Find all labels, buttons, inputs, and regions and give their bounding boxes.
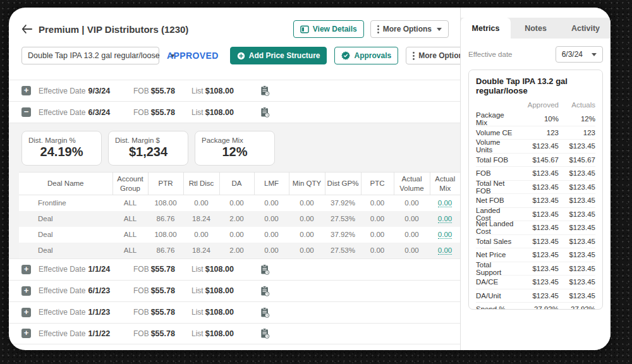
price-history-icon[interactable] bbox=[260, 307, 270, 318]
price-structure-row[interactable]: + Effective Date9/3/24 FOB$55.78 List$10… bbox=[9, 80, 460, 101]
col-da: DA bbox=[219, 173, 254, 195]
list-value: $108.00 bbox=[205, 87, 234, 95]
list-label: List bbox=[191, 108, 204, 117]
metric-row: Total Sales$123.45$123.45 bbox=[476, 234, 595, 248]
tab-metrics[interactable]: Metrics bbox=[461, 18, 511, 39]
page-title: Premium | VIP Distributors (1230) bbox=[39, 24, 188, 35]
metric-row: Package Mix10%12% bbox=[476, 112, 595, 126]
metric-row: Landed Cost$123.45$123.45 bbox=[476, 207, 595, 221]
product-select[interactable]: Double Tap IPA 13.2 gal regular/loose bbox=[21, 47, 159, 64]
view-details-icon bbox=[300, 25, 309, 33]
list-label: List bbox=[191, 329, 204, 338]
deal-table-header: Deal Name Account Group PTR Rtl Disc DA … bbox=[19, 173, 460, 195]
effective-date-label: Effective Date bbox=[39, 329, 85, 338]
deal-table: Deal Name Account Group PTR Rtl Disc DA … bbox=[19, 172, 460, 258]
price-history-icon[interactable] bbox=[260, 328, 270, 339]
effective-date-value: 1/1/23 bbox=[88, 308, 110, 317]
list-value: $108.00 bbox=[205, 265, 234, 274]
effective-date-label: Effective date bbox=[468, 51, 512, 58]
add-price-structure-button[interactable]: Add Price Structure bbox=[230, 47, 327, 64]
fob-label: FOB bbox=[133, 308, 149, 317]
price-structure-row[interactable]: + Effective Date1/1/24 FOB$55.78 List$10… bbox=[9, 258, 460, 280]
price-history-icon[interactable] bbox=[260, 107, 270, 118]
col-deal-name: Deal Name bbox=[19, 173, 112, 195]
deal-row[interactable]: FrontlineALL 108.000.00 0.000.00 0.0037.… bbox=[19, 195, 460, 211]
summary-card-dist-margin-pct: Dist. Margin % 24.19% bbox=[21, 131, 102, 166]
expand-icon[interactable]: + bbox=[21, 265, 31, 274]
price-structure-row[interactable]: + Effective Date1/1/22 FOB$55.78 List$10… bbox=[9, 323, 460, 344]
effective-date-label: Effective Date bbox=[39, 265, 85, 274]
fob-label: FOB bbox=[133, 265, 149, 274]
main-content: Premium | VIP Distributors (1230) View D… bbox=[9, 8, 460, 350]
metric-row: Total Support$123.45$123.45 bbox=[476, 262, 595, 276]
expand-icon[interactable]: + bbox=[21, 286, 31, 296]
metrics-card-title: Double Tap IPA 13.2 gal regular/loose bbox=[476, 76, 595, 95]
price-structure-list: + Effective Date9/3/24 FOB$55.78 List$10… bbox=[9, 80, 460, 344]
metric-row: Net Price$123.45$123.45 bbox=[476, 248, 595, 262]
price-structure-row-expanded[interactable]: − Effective Date6/3/24 FOB$55.78 List$10… bbox=[9, 101, 460, 123]
list-value: $108.00 bbox=[205, 108, 234, 117]
list-value: $108.00 bbox=[205, 308, 234, 317]
tab-notes[interactable]: Notes bbox=[511, 18, 561, 39]
plus-circle-icon bbox=[237, 52, 245, 60]
deal-row[interactable]: DealALL 86.7618.24 2.000.00 0.0027.53% 0… bbox=[19, 211, 460, 227]
back-arrow-icon[interactable] bbox=[21, 25, 32, 33]
col-dist-gp: Dist GP% bbox=[325, 173, 361, 195]
panel-tabs: Metrics Notes Activity bbox=[461, 18, 611, 39]
view-details-button[interactable]: View Details bbox=[293, 20, 364, 38]
kebab-icon bbox=[413, 52, 415, 60]
product-toolbar: Double Tap IPA 13.2 gal regular/loose AP… bbox=[9, 43, 460, 73]
col-actual-mix: Actual Mix bbox=[430, 173, 460, 195]
status-badge: APPROVED bbox=[167, 51, 219, 61]
effective-date-label: Effective Date bbox=[39, 87, 85, 95]
expand-icon[interactable]: + bbox=[21, 329, 31, 338]
col-rtl-disc: Rtl Disc bbox=[183, 173, 219, 195]
fob-label: FOB bbox=[133, 87, 149, 95]
approvals-button[interactable]: Approvals bbox=[334, 47, 398, 64]
metric-row: Net Landed Cost$123.45$123.45 bbox=[476, 221, 595, 234]
actual-mix-link[interactable]: 0.00 bbox=[438, 231, 452, 239]
col-min-qty: Min QTY bbox=[289, 173, 325, 195]
kebab-icon bbox=[377, 25, 379, 33]
effective-date-select[interactable]: 6/3/24 bbox=[556, 46, 603, 63]
col-approved: Approved bbox=[514, 101, 559, 109]
price-history-icon[interactable] bbox=[260, 85, 270, 96]
list-label: List bbox=[191, 87, 204, 95]
effective-date-value: 1/1/24 bbox=[88, 265, 110, 274]
metric-row: Net FOB$123.45$123.45 bbox=[476, 193, 595, 207]
caret-down-icon bbox=[437, 28, 442, 31]
actual-mix-link[interactable]: 0.00 bbox=[438, 246, 452, 255]
price-structure-row[interactable]: + Effective Date1/1/23 FOB$55.78 List$10… bbox=[9, 301, 460, 323]
price-structure-row[interactable]: + Effective Date6/1/23 FOB$55.78 List$10… bbox=[9, 280, 460, 301]
metrics-card: Double Tap IPA 13.2 gal regular/loose Ap… bbox=[468, 70, 603, 310]
expand-icon[interactable]: + bbox=[21, 308, 31, 317]
effective-date-value: 6/3/24 bbox=[88, 108, 110, 117]
actual-mix-link[interactable]: 0.00 bbox=[438, 199, 452, 207]
deal-row[interactable]: DealALL 86.7618.24 2.000.00 0.0027.53% 0… bbox=[19, 243, 460, 258]
actual-mix-link[interactable]: 0.00 bbox=[438, 215, 452, 223]
deal-row[interactable]: DealALL 108.000.00 0.000.00 0.0037.92% 0… bbox=[19, 227, 460, 243]
app-window: Premium | VIP Distributors (1230) View D… bbox=[9, 8, 611, 350]
badge-check-icon bbox=[341, 51, 350, 60]
summary-card-package-mix: Package Mix 12% bbox=[195, 131, 275, 166]
price-history-icon[interactable] bbox=[260, 286, 270, 296]
fob-label: FOB bbox=[133, 329, 149, 338]
list-label: List bbox=[191, 286, 204, 295]
col-account-group: Account Group bbox=[112, 173, 148, 195]
fob-value: $55.78 bbox=[151, 329, 175, 338]
expand-icon[interactable]: + bbox=[21, 86, 31, 95]
price-history-icon[interactable] bbox=[260, 264, 270, 275]
header-more-options-button[interactable]: More Options bbox=[370, 20, 449, 38]
col-ptr: PTR bbox=[148, 173, 183, 195]
list-label: List bbox=[191, 265, 204, 274]
expanded-price-structure: Dist. Margin % 24.19% Dist. Margin $ $1,… bbox=[9, 123, 460, 258]
metric-row: Total Net FOB$123.45$123.45 bbox=[476, 180, 595, 194]
fob-value: $55.78 bbox=[151, 265, 175, 274]
list-label: List bbox=[191, 308, 204, 317]
metric-row: Spend %27.92%27.92% bbox=[476, 302, 595, 310]
list-value: $108.00 bbox=[205, 286, 234, 295]
col-actual-volume: Actual Volume bbox=[394, 173, 430, 195]
tab-activity[interactable]: Activity bbox=[561, 18, 611, 39]
effective-date-label: Effective Date bbox=[39, 286, 85, 295]
collapse-icon[interactable]: − bbox=[21, 107, 31, 117]
